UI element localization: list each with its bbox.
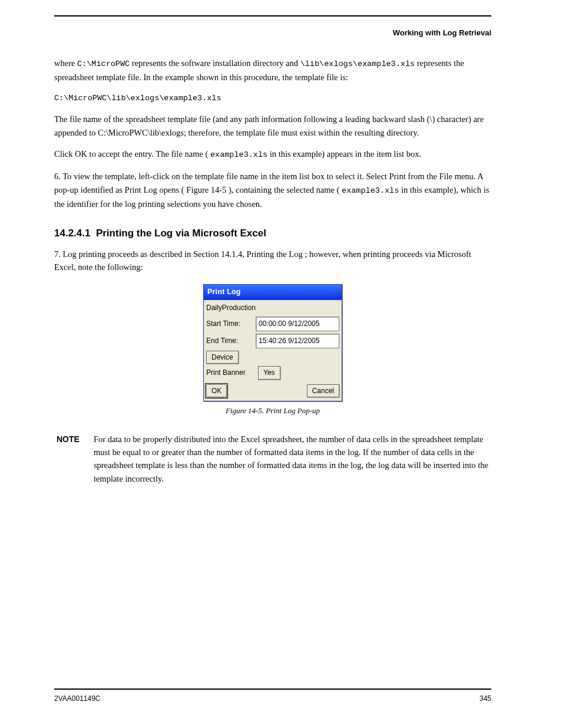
- end-time-label: End Time:: [206, 335, 252, 347]
- device-button[interactable]: Device: [206, 351, 239, 364]
- dialog-title-bar: Print Log: [204, 285, 342, 299]
- text: in this example) appears in the item lis…: [270, 149, 421, 159]
- note-label: NOTE: [57, 433, 80, 446]
- install-dir-path: C:\MicroPWC: [77, 60, 130, 68]
- section-title: Printing the Log via Microsoft Excel: [96, 228, 266, 239]
- template-relpath: \lib\exlogs\example3.xls: [300, 60, 415, 68]
- paragraph-append-rule: The file name of the spreadsheet templat…: [54, 113, 491, 139]
- template-filename: example3.xls: [210, 150, 267, 159]
- footer-doc-id: 2VAA001149C: [54, 693, 101, 704]
- text: 7. Log printing proceeds as described in: [54, 249, 193, 259]
- section-reference: Section 14.1.4, Printing the Log: [193, 249, 303, 259]
- section-heading: 14.2.4.1 Printing the Log via Microsoft …: [54, 226, 491, 241]
- page-header: Working with Log Retrieval: [54, 27, 491, 39]
- section-number: 14.2.4.1: [54, 228, 90, 239]
- figure-reference: Figure 14-5: [186, 185, 226, 195]
- text: Click OK to accept the entry. The file n…: [54, 149, 208, 159]
- paragraph-step7: 7. Log printing proceeds as described in…: [54, 248, 491, 274]
- start-time-label: Start Time:: [206, 318, 252, 330]
- template-filename: example3.xls: [342, 186, 399, 195]
- end-time-field[interactable]: 15:40:26 9/12/2005: [256, 334, 339, 348]
- dialog-log-name: DailyProduction: [206, 301, 339, 315]
- full-template-path: C:\MicroPWC\lib\exlogs\example3.xls: [54, 93, 491, 105]
- ok-button[interactable]: OK: [206, 384, 227, 398]
- top-rule: [54, 15, 491, 17]
- paragraph-path-intro: where C:\MicroPWC represents the softwar…: [54, 57, 491, 84]
- print-log-dialog: Print Log DailyProduction Start Time: 00…: [203, 284, 342, 401]
- text: where: [54, 58, 77, 68]
- figure-caption: Figure 14-5. Print Log Pop-up: [54, 405, 491, 417]
- print-banner-toggle[interactable]: Yes: [258, 366, 280, 380]
- paragraph-step6: 6. To view the template, left-click on t…: [54, 170, 491, 210]
- cancel-button[interactable]: Cancel: [307, 384, 339, 398]
- start-time-field[interactable]: 00:00:00 9/12/2005: [256, 317, 339, 331]
- text: represents the software installation dir…: [132, 58, 300, 68]
- print-banner-label: Print Banner: [206, 367, 254, 378]
- text: ), containing the selected name (: [229, 185, 339, 195]
- footer-rule: [54, 689, 491, 690]
- footer-page-number: 345: [480, 693, 491, 704]
- note-body: For data to be properly distributed into…: [94, 433, 491, 486]
- paragraph-click-ok: Click OK to accept the entry. The file n…: [54, 147, 491, 162]
